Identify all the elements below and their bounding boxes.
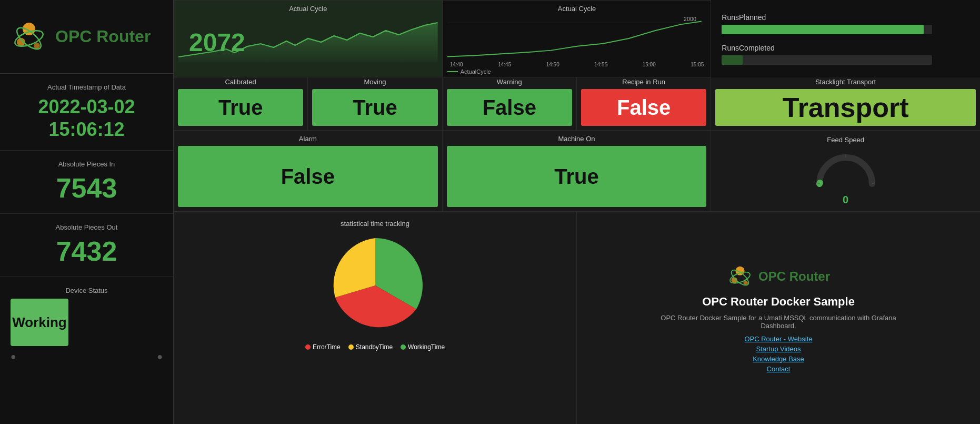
machine-on-cell: Machine On True — [443, 131, 712, 211]
line-chart-title: Actual Cycle — [447, 5, 707, 13]
warning-cell: Warning False — [443, 74, 577, 130]
line-chart-svg: 2000 — [447, 15, 707, 60]
pieces-out-value: 7432 — [11, 235, 163, 267]
info-logo-icon — [727, 263, 753, 290]
bottom-row: statistical time tracking — [174, 212, 980, 424]
moving-header: Moving — [364, 78, 386, 86]
legend-line-icon — [447, 71, 458, 72]
timestamp-label: Actual Timestamp of Data — [11, 83, 163, 91]
status-row-1: Calibrated True Moving True Warning Fals… — [174, 74, 980, 131]
header-charts: Actual Cycle 2072 Actual Cycle — [174, 0, 980, 74]
alarm-cell: Alarm False — [174, 131, 443, 211]
stacklight-value: Transport — [715, 89, 976, 126]
legend-working-label: WorkingTime — [408, 343, 445, 351]
runs-planned-bar — [722, 25, 924, 34]
device-status-box: Working — [11, 299, 68, 346]
alarm-header: Alarm — [299, 135, 317, 143]
legend-standby-dot — [348, 344, 354, 350]
timestamp-metric: Actual Timestamp of Data 2022-03-02 15:0… — [0, 74, 173, 151]
line-chart-area: 2000 14:40 14:45 14:50 14:55 15:00 15:05… — [447, 15, 707, 73]
line-legend-label: ActualCycle — [461, 68, 491, 75]
sparkline-value: 2072 — [189, 28, 245, 57]
pieces-out-label: Absolute Pieces Out — [11, 223, 163, 231]
info-description: OPC Router Docker Sample for a Umati MSS… — [647, 314, 910, 330]
runs-completed-row: RunsCompleted — [722, 44, 969, 65]
right-content: Calibrated True Moving True Warning Fals… — [174, 74, 980, 424]
gauge-widget: 0 — [812, 147, 880, 206]
calibrated-header: Calibrated — [225, 78, 256, 86]
runs-completed-bar — [722, 55, 743, 65]
warning-header: Warning — [497, 78, 522, 86]
sparkline-title: Actual Cycle — [178, 5, 438, 13]
pie-chart-section: statistical time tracking — [174, 212, 577, 424]
info-section: OPC Router OPC Router Docker Sample OPC … — [577, 212, 980, 424]
link-contact[interactable]: Contact — [767, 365, 791, 373]
alarm-value: False — [178, 146, 438, 207]
recipe-in-run-cell: Recipe in Run False — [577, 74, 711, 130]
info-logo-row: OPC Router — [727, 263, 830, 290]
feed-speed-cell: Feed Speed 0 — [711, 131, 980, 211]
calibrated-value: True — [178, 89, 303, 126]
pie-chart-svg — [323, 233, 428, 338]
svg-text:2000: 2000 — [684, 16, 696, 22]
stacklight-cell: Stacklight Transport Transport — [711, 74, 980, 130]
pieces-out-metric: Absolute Pieces Out 7432 — [0, 214, 173, 277]
logo-panel: OPC Router — [0, 0, 174, 74]
recipe-in-run-header: Recipe in Run — [622, 78, 665, 86]
calibrated-cell: Calibrated True — [174, 74, 308, 130]
legend-error-dot — [305, 344, 311, 350]
device-status-label: Device Status — [11, 287, 163, 294]
actual-cycle-line-panel: Actual Cycle 2000 14:40 14:45 14:50 14:5… — [443, 0, 712, 77]
link-website[interactable]: OPC Router - Website — [744, 335, 812, 343]
legend-standby-label: StandbyTime — [356, 343, 393, 351]
runs-completed-bar-container — [722, 55, 932, 65]
logo-text: OPC Router — [55, 26, 151, 46]
moving-cell: Moving True — [308, 74, 442, 130]
machine-on-header: Machine On — [558, 135, 595, 143]
warning-value: False — [447, 89, 572, 126]
info-logo-text: OPC Router — [758, 269, 830, 284]
left-sidebar: Actual Timestamp of Data 2022-03-02 15:0… — [0, 74, 174, 424]
runs-planned-row: RunsPlanned 7 — [722, 13, 969, 34]
link-startup-videos[interactable]: Startup Videos — [756, 345, 801, 353]
pieces-in-value: 7543 — [11, 172, 163, 204]
legend-standby: StandbyTime — [348, 343, 393, 351]
pie-chart-container: ErrorTime StandbyTime WorkingTime — [184, 233, 566, 351]
machine-on-value: True — [447, 146, 707, 207]
actual-cycle-sparkline-panel: Actual Cycle 2072 — [174, 0, 443, 77]
runs-planned-bar-container — [722, 25, 932, 34]
legend-working: WorkingTime — [401, 343, 445, 351]
dot-left: ● — [11, 351, 16, 362]
link-knowledge-base[interactable]: Knowledge Base — [753, 355, 804, 363]
main-content: Actual Timestamp of Data 2022-03-02 15:0… — [0, 74, 980, 424]
info-title: OPC Router Docker Sample — [702, 295, 855, 309]
timestamp-value: 2022-03-02 15:06:12 — [11, 95, 163, 141]
pieces-in-metric: Absolute Pieces In 7543 — [0, 151, 173, 214]
dot-right: ● — [157, 351, 163, 362]
runs-planned-label: RunsPlanned — [722, 13, 969, 22]
pieces-in-label: Absolute Pieces In — [11, 160, 163, 168]
pie-legend: ErrorTime StandbyTime WorkingTime — [305, 343, 445, 351]
moving-value: True — [312, 89, 437, 126]
legend-working-dot — [401, 344, 406, 350]
status-row-2: Alarm False Machine On True Feed Speed — [174, 131, 980, 212]
info-links: OPC Router - Website Startup Videos Know… — [744, 335, 812, 373]
x-axis-labels: 14:40 14:45 14:50 14:55 15:00 15:05 — [447, 62, 707, 67]
runs-completed-label: RunsCompleted — [722, 44, 969, 52]
legend-error-label: ErrorTime — [313, 343, 341, 351]
opc-router-logo-icon — [11, 18, 47, 55]
runs-panel: RunsPlanned 7 RunsCompleted — [711, 0, 980, 77]
gauge-svg — [812, 147, 880, 189]
feed-speed-value: 0 — [812, 194, 880, 206]
legend-error: ErrorTime — [305, 343, 341, 351]
recipe-in-run-value: False — [581, 89, 706, 126]
stacklight-header: Stacklight Transport — [815, 78, 876, 86]
feed-speed-header: Feed Speed — [827, 136, 864, 144]
pie-title: statistical time tracking — [184, 220, 566, 228]
device-status-section: Device Status Working ● ● — [0, 277, 173, 424]
